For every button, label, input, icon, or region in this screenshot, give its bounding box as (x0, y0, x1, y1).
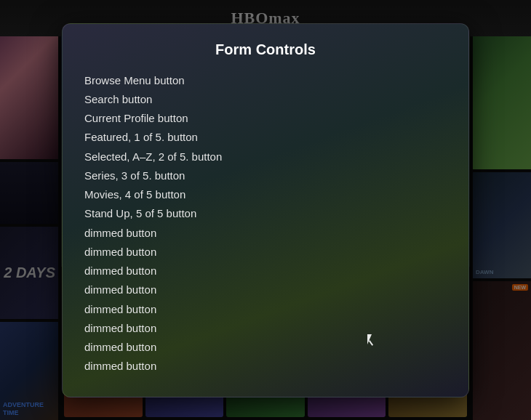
modal-overlay: Form Controls Browse Menu button Search … (0, 0, 531, 420)
list-item-search[interactable]: Search button (84, 90, 447, 109)
list-item-dimmed-3[interactable]: dimmed button (84, 262, 447, 280)
form-controls-list: Browse Menu button Search button Current… (84, 71, 447, 376)
list-item-dimmed-5[interactable]: dimmed button (84, 300, 447, 319)
list-item-dimmed-2[interactable]: dimmed button (84, 243, 447, 262)
list-item-standup[interactable]: Stand Up, 5 of 5 button (84, 204, 447, 223)
form-controls-modal: Form Controls Browse Menu button Search … (62, 23, 469, 397)
list-item-selected-az[interactable]: Selected, A–Z, 2 of 5. button (84, 148, 447, 166)
list-item-movies[interactable]: Movies, 4 of 5 button (84, 185, 447, 204)
list-item-current-profile[interactable]: Current Profile button (84, 109, 447, 128)
modal-title: Form Controls (84, 41, 447, 58)
list-item-dimmed-8[interactable]: dimmed button (84, 357, 447, 376)
list-item-dimmed-6[interactable]: dimmed button (84, 319, 447, 338)
list-item-series[interactable]: Series, 3 of 5. button (84, 166, 447, 185)
list-item-dimmed-7[interactable]: dimmed button (84, 338, 447, 357)
list-item-dimmed-4[interactable]: dimmed button (84, 280, 447, 299)
list-item-browse-menu[interactable]: Browse Menu button (84, 71, 447, 90)
list-item-featured[interactable]: Featured, 1 of 5. button (84, 128, 447, 147)
list-item-dimmed-1[interactable]: dimmed button (84, 224, 447, 243)
